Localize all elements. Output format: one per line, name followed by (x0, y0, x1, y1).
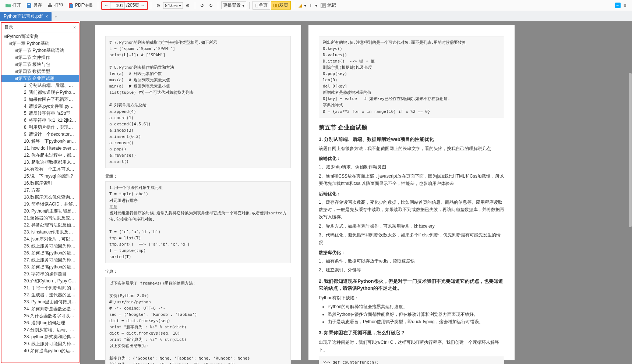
highlight-icon[interactable]: ◢ (297, 3, 303, 8)
zoom-out-icon[interactable]: ⊖ (154, 3, 162, 8)
rotate-left-icon[interactable]: ↺ (198, 3, 206, 8)
toc-label: 30.介绍Cython，Pypy Cpython (24, 278, 79, 283)
toc-item[interactable]: 19. 简单谈谈ACID，并解释每一 (1, 201, 79, 208)
scrollbar-thumb[interactable] (629, 73, 632, 227)
toc-item[interactable]: 27. 线上服务可能因为种种原因 (1, 257, 79, 264)
paragraph: 2、建立索引、外键等 (319, 266, 504, 274)
toc-label: 38. python新式类和经典类的区 (24, 334, 79, 339)
paragraph: 该题目网上有很多方法，我不想截图网上的长串文字，看的头疼，按我自己的理解说几点 (319, 145, 504, 152)
toc-item[interactable]: 20. Python的主要功能是什么？ (1, 208, 79, 215)
tab-close-icon[interactable]: × (45, 14, 48, 19)
list-item: 虽然Python在很多方面都性能良好，但在移动计算和浏览器方面表现不够好。 (328, 311, 504, 318)
toc-item[interactable]: 22. 异常处理写法以及如何主动 (1, 222, 79, 229)
toc-item[interactable]: 34. 如何判断是函数还是方法？ (1, 306, 79, 313)
expand-icon[interactable]: ⊞ (14, 54, 18, 61)
svg-rect-1 (48, 5, 52, 7)
document-tab[interactable]: Python面试宝典.pdf × (0, 12, 52, 21)
toc-item[interactable]: ⊟Python面试宝典 (1, 33, 79, 40)
page-number-input[interactable] (110, 2, 125, 9)
toc-item[interactable]: 35.为什么函数名字可以当做参 (1, 313, 79, 320)
collapse-icon[interactable]: ⊟ (8, 40, 12, 47)
sidebar-close-icon[interactable]: × (73, 25, 76, 30)
toc-item[interactable]: 10. 解释一下python的and-or (1, 138, 79, 145)
toc-item[interactable]: 37.分别从前端、后端、数据库 (1, 326, 79, 333)
toc-item[interactable]: ⊟第五节 企业面试题 (1, 75, 79, 82)
toc-item[interactable]: 13. 爬取这些数据都用来做什么 (1, 159, 79, 166)
collapse-icon[interactable]: ⊟ (14, 75, 18, 82)
toc-item[interactable]: 21.装饰器的写法以及应用场景 (1, 215, 79, 222)
paragraph: Python有以下缺陷： (319, 294, 504, 301)
toc-item[interactable]: ⊞第一节 Python基础语法 (1, 47, 79, 54)
toc-label: 31. 手写一个判断时间的装饰器 (24, 285, 79, 290)
toc-item[interactable]: 12. 你在爬虫过程中，都是怎么 (1, 152, 79, 159)
toc-item[interactable]: 2. 我们都知道现在Python很火 (1, 89, 79, 96)
text-icon[interactable]: T (307, 3, 314, 8)
toc-item[interactable]: 38. python新式类和经典类的区 (1, 333, 79, 340)
toc-label: 15.说一下 mysql 的原理? (24, 174, 73, 179)
toc-item[interactable]: 15.说一下 mysql 的原理? (1, 173, 79, 180)
code-block: # 7.Python的列表的截取与字符串操作类型相同,如下所示 L = ['sp… (105, 36, 291, 168)
pdf-convert-button[interactable]: PDF转换 (66, 1, 95, 9)
chevron-down-icon[interactable]: ▾ (304, 3, 306, 8)
toc-item[interactable]: 4. 请谈谈.pyc文件和.py文件的 (1, 103, 79, 110)
toc-item[interactable]: 39. 线上服务可能因为种种原因 (1, 340, 79, 347)
table-of-contents: ⊟Python面试宝典⊟第一章 Python基础⊞第一节 Python基础语法⊞… (1, 32, 79, 363)
toc-label: 9. 请设计一个decorator，它可 (24, 132, 79, 137)
toc-item[interactable]: 30.介绍Cython，Pypy Cpython (1, 278, 79, 285)
toc-item[interactable]: 16.数据库索引 (1, 180, 79, 187)
sidebar-title: 目录 (4, 24, 13, 31)
menu-icon[interactable]: ≡ (621, 3, 629, 8)
next-page-icon[interactable]: → (141, 3, 145, 8)
note-button[interactable]: 笔记 (318, 1, 338, 9)
toc-item[interactable]: 33. Python里面如何拷贝一个对 (1, 299, 79, 306)
toc-label: 8. 利用切片操作，实现一个trim (24, 125, 79, 130)
print-button[interactable]: 打印 (45, 1, 65, 9)
toc-item[interactable]: 23. isinstance作用以及应用场 (1, 229, 79, 236)
toc-item[interactable]: 18.数据库怎么优化查询效率? (1, 194, 79, 201)
page-viewer[interactable]: # 7.Python的列表的截取与字符串操作类型相同,如下所示 L = ['sp… (80, 21, 632, 364)
toc-item[interactable]: 31. 手写一个判断时间的装饰器 (1, 285, 79, 292)
open-button[interactable]: 打开 (3, 1, 23, 9)
toc-item[interactable]: 26. 如何提高python的运行效率 (1, 250, 79, 257)
toc-item[interactable]: 32. 生成器，迭代器的区别？ (1, 292, 79, 299)
toc-item[interactable]: ⊞第四节 数据类型 (1, 68, 79, 75)
toc-item[interactable]: 6. 将字符串 "k:1 |k1:2|k2:3|k3 (1, 117, 79, 124)
toc-item[interactable]: 5. 请反转字符串 "aStr"? (1, 110, 79, 117)
toc-item[interactable]: 36. 遇到bug如何处理 (1, 320, 79, 326)
pdf-icon (68, 3, 74, 8)
toc-item[interactable]: 28. 如何提高python的运行效率 (1, 264, 79, 271)
double-page-button[interactable]: 双页 (271, 1, 291, 10)
toc-item[interactable]: 40 如何提高python的运行效率 (1, 347, 79, 354)
toc-item[interactable]: 9. 请设计一个decorator，它可 (1, 131, 79, 138)
toc-item[interactable]: ⊞第二节 文件操作 (1, 54, 79, 61)
chevron-down-icon[interactable]: ▾ (315, 3, 317, 8)
toc-item[interactable]: 17. 方案 (1, 187, 79, 194)
prev-page-icon[interactable]: ← (104, 3, 109, 8)
single-page-button[interactable]: 单页 (253, 1, 270, 10)
toc-item[interactable]: 24. json序列化时，可以处理的 (1, 236, 79, 243)
expand-icon[interactable]: ⊞ (14, 68, 18, 75)
outline-sidebar: 目录 × ⊟Python面试宝典⊟第一章 Python基础⊞第一节 Python… (1, 22, 80, 363)
collapse-icon[interactable]: ⊟ (3, 33, 7, 40)
toc-item[interactable]: 14.有没有一个工具可以帮助查 (1, 166, 79, 173)
toc-label: 20. Python的主要功能是什么？ (24, 208, 79, 214)
rotate-right-icon[interactable]: ↻ (207, 3, 215, 8)
toc-item[interactable]: ⊟第一章 Python基础 (1, 40, 79, 47)
background-select[interactable]: 更换背景▾ (221, 1, 246, 9)
expand-icon[interactable]: ⊞ (14, 61, 18, 68)
toc-item[interactable]: 25. 线上服务可能因为种种原因 (1, 243, 79, 250)
toc-label: 25. 线上服务可能因为种种原因 (24, 243, 79, 249)
toc-item[interactable]: 29. 字符串的操作题目 (1, 271, 79, 278)
toc-item[interactable]: 3. 如果你困在了死循环里，怎 (1, 96, 79, 103)
code-block: >>> def counterfunc(n): while(n==7):prin… (319, 356, 504, 364)
toc-item[interactable]: 11. how do I iterate over a s (1, 145, 79, 152)
toc-item[interactable]: ⊞第三节 模块与包 (1, 61, 79, 68)
tab-add-button[interactable]: + (52, 13, 60, 21)
expand-icon[interactable]: ⊞ (14, 47, 18, 54)
toc-item[interactable]: 8. 利用切片操作，实现一个trim (1, 124, 79, 131)
zoom-select[interactable]: 84.6%▾ (163, 2, 183, 9)
toc-item[interactable]: 1. 分别从前端、后端、数据库 (1, 82, 79, 89)
zoom-in-icon[interactable]: ⊕ (184, 3, 192, 8)
save-button[interactable]: 另存 (24, 1, 44, 9)
app-badge-icon[interactable]: ∞ (615, 3, 621, 8)
